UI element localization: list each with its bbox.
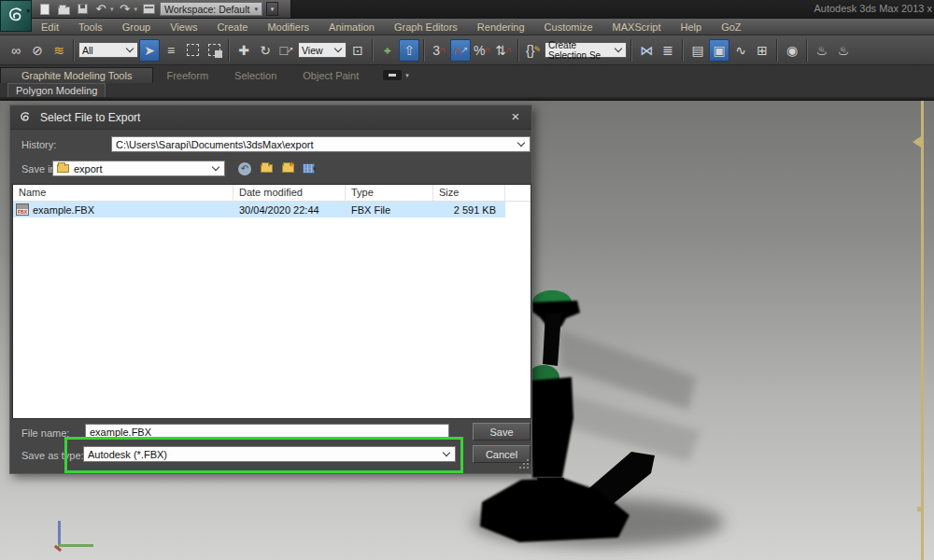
file-list[interactable]: ∧ Name Date modified Type Size FBX examp… (12, 184, 531, 419)
ribbon-tab-freeform[interactable]: Freeform (153, 68, 221, 83)
view-menu-button[interactable]: ▾ (301, 161, 318, 176)
fbx-file-icon: FBX (16, 203, 29, 216)
unlink-selection-button[interactable]: ⊘ (27, 39, 48, 62)
schematic-view-button[interactable]: ⊞ (752, 39, 772, 62)
history-value: C:\Users\Sarapi\Documents\3dsMax\export (116, 139, 515, 150)
workspace-menu-button[interactable]: ▾ (266, 2, 278, 16)
column-header-name[interactable]: Name (13, 185, 234, 202)
workspace-caret-icon: ▾ (254, 6, 258, 13)
column-header-size[interactable]: Size (433, 185, 505, 202)
history-dropdown[interactable]: C:\Users\Sarapi\Documents\3dsMax\export (111, 136, 531, 152)
ribbon-minimize-caret-icon[interactable]: ▾ (405, 72, 409, 79)
command-panel-splitter[interactable] (921, 101, 924, 560)
select-and-link-button[interactable]: ∞ (6, 39, 26, 62)
ribbon-panel-polygon-modeling[interactable]: Polygon Modeling (7, 83, 106, 97)
splitter-handle-tick[interactable] (917, 507, 924, 511)
selection-filter-dropdown[interactable]: All (78, 42, 138, 58)
select-by-name-button[interactable]: ≡ (161, 39, 181, 62)
menu-edit[interactable]: Edit (41, 21, 59, 33)
menu-graph-editors[interactable]: Graph Editors (394, 21, 458, 33)
menu-group[interactable]: Group (122, 21, 151, 33)
save-in-dropdown[interactable]: export (52, 161, 225, 176)
snaps-toggle-button[interactable]: 3∩ (429, 39, 449, 62)
file-row-example-fbx[interactable]: FBX example.FBX 30/04/2020 22:44 FBX Fil… (13, 202, 505, 217)
select-and-manipulate-button[interactable]: ⌖ (377, 39, 398, 62)
select-and-move-button[interactable]: ✚ (234, 39, 254, 62)
select-object-button[interactable]: ➤ (139, 39, 160, 62)
keyboard-shortcut-override-toggle[interactable]: ⇧ (399, 39, 419, 62)
green-highlight-annotation (64, 437, 463, 473)
curve-editor-button[interactable]: ∿ (730, 39, 751, 62)
select-and-rotate-button[interactable]: ↻ (255, 39, 276, 62)
ribbon-tab-selection[interactable]: Selection (221, 68, 290, 83)
ribbon-minimize-button[interactable] (383, 70, 402, 80)
open-file-button[interactable] (56, 2, 71, 16)
3dsmax-logo-icon (5, 5, 27, 27)
undo-button[interactable]: ↶ (93, 2, 108, 16)
menu-tools[interactable]: Tools (78, 21, 103, 33)
app-window: ▾ ↶ ▾ ↷ ▾ Workspace: Default ▾ ▾ Autodes… (0, 0, 934, 560)
toolbar-separator (517, 39, 519, 62)
toolbar-separator (423, 39, 425, 62)
menu-bar: Edit Tools Group Views Create Modifiers … (0, 19, 934, 35)
menu-rendering[interactable]: Rendering (477, 21, 525, 33)
ribbon-tab-graphite-modeling-tools[interactable]: Graphite Modeling Tools (0, 67, 153, 83)
save-button[interactable]: Save (473, 423, 531, 441)
column-header-type[interactable]: Type (346, 185, 433, 202)
project-folder-button[interactable] (141, 2, 156, 16)
angle-snap-toggle-button[interactable]: ∩↗ (450, 39, 471, 62)
save-file-button[interactable] (75, 2, 90, 16)
ribbon-tab-object-paint[interactable]: Object Paint (290, 68, 372, 83)
menu-views[interactable]: Views (170, 21, 197, 33)
workspace-selector[interactable]: Workspace: Default ▾ (160, 2, 262, 16)
dialog-close-button[interactable]: × (507, 108, 524, 124)
reference-coordinate-dropdown[interactable]: View (298, 42, 347, 58)
redo-dropdown-caret-icon[interactable]: ▾ (134, 6, 138, 13)
menu-create[interactable]: Create (217, 21, 248, 33)
named-selection-set-dropdown[interactable]: Create Selection Se (545, 42, 627, 58)
render-setup-button[interactable]: ♨ (812, 39, 832, 62)
menu-customize[interactable]: Customize (545, 21, 593, 33)
render-production-button[interactable]: ♨ (833, 39, 854, 62)
redo-button[interactable]: ↷ (118, 2, 133, 16)
create-new-folder-button[interactable]: ✶ (279, 161, 296, 176)
percent-snap-toggle-button[interactable]: %∩ (472, 39, 492, 62)
rectangular-selection-region-button[interactable] (182, 39, 203, 62)
undo-dropdown-caret-icon[interactable]: ▾ (110, 6, 114, 13)
magnet-icon: ∩ (439, 46, 445, 54)
splitter-expand-arrow-icon[interactable] (913, 136, 921, 147)
align-button[interactable]: ≣ (658, 39, 678, 62)
use-pivot-point-center-button[interactable]: ⊡ (347, 39, 368, 62)
menu-modifiers[interactable]: Modifiers (267, 21, 309, 33)
menu-help[interactable]: Help (681, 21, 702, 33)
up-one-level-button[interactable]: ↑ (258, 161, 275, 176)
current-folder-icon (57, 164, 69, 173)
selection-filter-value: All (82, 45, 93, 56)
menu-maxscript[interactable]: MAXScript (613, 21, 661, 33)
menu-goz[interactable]: GoZ (721, 21, 741, 33)
file-list-header: Name Date modified Type Size (13, 185, 531, 202)
up-arrow-icon: ↑ (267, 161, 271, 169)
bind-to-space-warp-button[interactable]: ≋ (49, 39, 69, 62)
mirror-button[interactable]: ⋈ (636, 39, 657, 62)
graphite-modeling-tools-toggle[interactable]: ▣ (709, 39, 729, 62)
dialog-title-bar[interactable]: Select File to Export × (10, 105, 531, 130)
workspace-label: Workspace: Default (164, 4, 249, 15)
new-scene-button[interactable] (37, 2, 52, 16)
spinner-snap-toggle-button[interactable]: ⇅∩ (493, 39, 514, 62)
select-and-scale-button[interactable]: □↗ (276, 39, 297, 62)
window-crossing-toggle[interactable] (204, 39, 224, 62)
scale-arrow-icon: ↗ (287, 46, 294, 54)
dialog-resize-grip[interactable] (517, 459, 529, 470)
edit-named-selection-sets-button[interactable]: {}✎ (523, 39, 544, 62)
go-back-button[interactable]: ↶ (236, 161, 253, 176)
menu-animation[interactable]: Animation (329, 21, 375, 33)
material-editor-button[interactable]: ◉ (782, 39, 802, 62)
application-menu-button[interactable]: ▾ (0, 0, 32, 32)
file-name-label: File name: (21, 427, 69, 439)
column-header-date-modified[interactable]: Date modified (234, 185, 346, 202)
toolbar-separator (682, 39, 684, 62)
magnet-icon: ∩ (484, 46, 489, 54)
manage-layers-button[interactable]: ▤ (687, 39, 708, 62)
main-toolbar: ∞ ⊘ ≋ All ➤ ≡ ✚ ↻ □↗ View ⊡ ⌖ ⇧ 3∩ ∩↗ %∩… (0, 35, 934, 65)
